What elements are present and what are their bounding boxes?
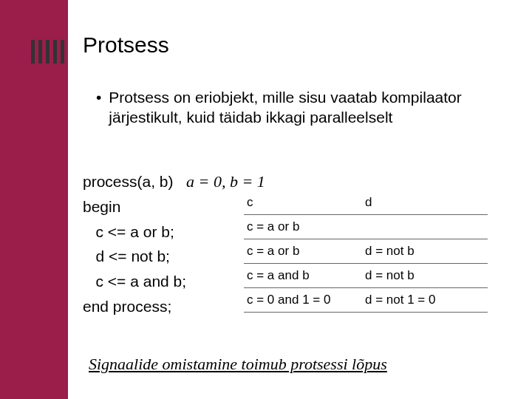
code-annotation: a = 0, b = 1 bbox=[186, 172, 265, 191]
table-row: c = a or b bbox=[244, 215, 488, 239]
bullet-text: Protsess on eriobjekt, mille sisu vaatab… bbox=[109, 87, 510, 128]
bar-icon bbox=[31, 40, 35, 64]
table-cell: d = not 1 = 0 bbox=[362, 288, 488, 313]
slide: Protsess • Protsess on eriobjekt, mille … bbox=[0, 0, 532, 399]
bullet-item: • Protsess on eriobjekt, mille sisu vaat… bbox=[96, 87, 510, 128]
table-cell: d = not b bbox=[362, 264, 488, 288]
code-line: c <= a or b; bbox=[83, 219, 265, 245]
code-line: c <= a and b; bbox=[83, 269, 265, 294]
table-header-c: c bbox=[244, 191, 362, 215]
table-cell: d = not b bbox=[362, 239, 488, 264]
table-cell: c = a or b bbox=[244, 215, 362, 239]
bar-icon bbox=[38, 40, 42, 64]
code-line: begin bbox=[83, 194, 265, 219]
code-text: process(a, b) bbox=[83, 173, 186, 190]
table-row: c = a or b d = not b bbox=[244, 239, 488, 264]
bars-icon bbox=[31, 40, 64, 64]
bar-icon bbox=[53, 40, 57, 64]
table-row: c = 0 and 1 = 0 d = not 1 = 0 bbox=[244, 288, 488, 313]
table-header-d: d bbox=[362, 191, 488, 215]
bullet-dot-icon: • bbox=[96, 87, 101, 128]
table-cell: c = a and b bbox=[244, 264, 362, 288]
trace-table: c d c = a or b c = a or b d = not b c = … bbox=[244, 191, 488, 313]
table-row: c = a and b d = not b bbox=[244, 264, 488, 288]
bar-icon bbox=[61, 40, 64, 64]
table-row: c d bbox=[244, 191, 488, 215]
code-line: process(a, b) a = 0, b = 1 bbox=[83, 168, 265, 194]
table-cell: c = a or b bbox=[244, 239, 362, 264]
page-title: Protsess bbox=[83, 33, 169, 58]
bar-icon bbox=[46, 40, 50, 64]
code-line: d <= not b; bbox=[83, 244, 265, 269]
code-line: end process; bbox=[83, 294, 265, 319]
table-cell bbox=[362, 215, 488, 239]
code-block: process(a, b) a = 0, b = 1 begin c <= a … bbox=[83, 168, 265, 318]
bullet-list: • Protsess on eriobjekt, mille sisu vaat… bbox=[96, 87, 510, 128]
table-cell: c = 0 and 1 = 0 bbox=[244, 288, 362, 313]
footer-note: Signaalide omistamine toimub protsessi l… bbox=[89, 355, 387, 374]
